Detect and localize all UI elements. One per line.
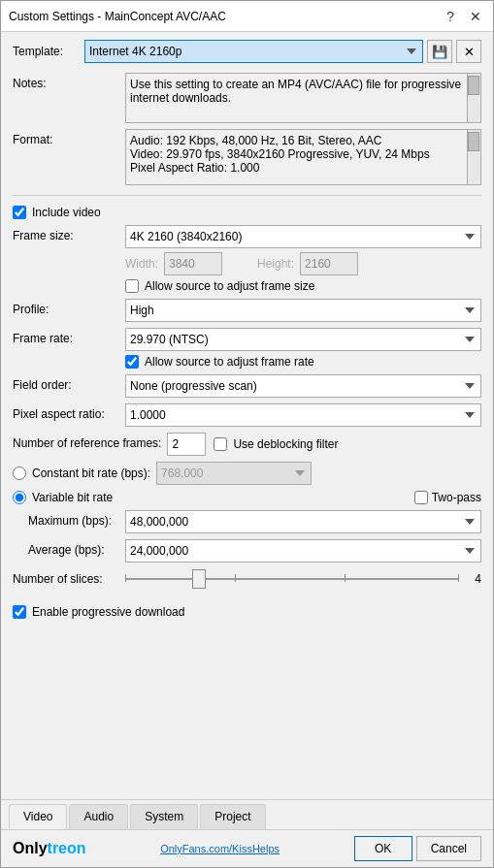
avg-bps-select[interactable]: 24,000,000: [125, 539, 481, 563]
enable-progressive-label[interactable]: Enable progressive download: [32, 605, 184, 619]
avg-bps-field: 24,000,000: [125, 539, 481, 563]
tab-project[interactable]: Project: [200, 804, 265, 829]
format-scrollbar-thumb: [468, 132, 479, 151]
slices-track: [125, 578, 458, 580]
profile-label: Profile:: [13, 299, 119, 316]
field-order-label: Field order:: [13, 374, 119, 392]
include-video-label[interactable]: Include video: [32, 206, 101, 219]
brand-only: Only: [13, 840, 48, 856]
vbr-radio[interactable]: [13, 491, 26, 504]
avg-bps-label: Average (bps):: [13, 539, 119, 557]
slices-row: Number of slices: 4: [13, 568, 481, 590]
field-order-row: Field order: None (progressive scan): [13, 374, 481, 398]
footer-center: OnlyFans.com/KissHelps: [160, 843, 280, 854]
field-order-field: None (progressive scan): [125, 374, 481, 398]
tab-video[interactable]: Video: [9, 804, 67, 829]
frame-size-select[interactable]: 4K 2160 (3840x2160): [125, 225, 481, 248]
allow-source-frame-label[interactable]: Allow source to adjust frame size: [145, 279, 314, 293]
profile-select[interactable]: High: [125, 299, 481, 322]
template-row: Template: Internet 4K 2160p 💾 ✕: [13, 40, 481, 63]
notes-textarea[interactable]: Use this setting to create an MP4 (AVC/A…: [125, 73, 468, 123]
tab-system[interactable]: System: [130, 804, 198, 829]
deblock-label[interactable]: Use deblocking filter: [233, 437, 338, 451]
frame-size-field: 4K 2160 (3840x2160) Width: Height: Allow…: [125, 225, 481, 293]
profile-field: High: [125, 299, 481, 322]
frame-rate-select[interactable]: 29.970 (NTSC): [125, 328, 481, 351]
tick-1: [125, 574, 126, 582]
width-input[interactable]: [164, 252, 222, 275]
title-bar-buttons: ? ✕: [443, 9, 485, 24]
allow-source-rate-label[interactable]: Allow source to adjust frame rate: [145, 355, 314, 369]
enable-progressive-row: Enable progressive download: [13, 605, 481, 619]
format-wrapper: Audio: 192 Kbps, 48,000 Hz, 16 Bit, Ster…: [125, 129, 481, 185]
title-bar: Custom Settings - MainConcept AVC/AAC ? …: [1, 1, 493, 32]
height-input[interactable]: [300, 252, 358, 275]
tick-4: [458, 574, 459, 582]
ref-frames-label: Number of reference frames:: [13, 433, 161, 450]
footer-link[interactable]: OnlyFans.com/KissHelps: [160, 843, 280, 854]
include-video-row: Include video: [13, 206, 481, 219]
profile-row: Profile: High: [13, 299, 481, 322]
cbr-label[interactable]: Constant bit rate (bps):: [32, 466, 150, 480]
close-button[interactable]: ✕: [466, 9, 485, 24]
notes-row: Notes: Use this setting to create an MP4…: [13, 73, 481, 123]
vbr-label[interactable]: Variable bit rate: [32, 491, 113, 504]
two-pass-checkbox[interactable]: [414, 491, 428, 504]
allow-source-rate-checkbox[interactable]: [125, 355, 139, 369]
template-select[interactable]: Internet 4K 2160p: [84, 40, 423, 63]
format-scrollbar: [468, 129, 481, 185]
format-text: Audio: 192 Kbps, 48,000 Hz, 16 Bit, Ster…: [125, 129, 468, 185]
dimensions-row: Width: Height:: [125, 252, 481, 275]
slices-slider-group: 4: [125, 568, 481, 590]
include-video-checkbox[interactable]: [13, 206, 26, 219]
divider-1: [13, 195, 481, 196]
allow-source-frame-checkbox[interactable]: [125, 279, 139, 293]
ref-frames-row: Number of reference frames: Use deblocki…: [13, 433, 481, 456]
frame-size-row: Frame size: 4K 2160 (3840x2160) Width: H…: [13, 225, 481, 293]
brand: Onlytreon: [13, 840, 86, 857]
cbr-group: Constant bit rate (bps): 768,000: [13, 462, 481, 485]
field-order-select[interactable]: None (progressive scan): [125, 374, 481, 398]
footer-buttons: OK Cancel: [354, 836, 481, 861]
frame-rate-field: 29.970 (NTSC) Allow source to adjust fra…: [125, 328, 481, 369]
pixel-aspect-select[interactable]: 1.0000: [125, 403, 481, 427]
cbr-radio[interactable]: [13, 466, 26, 480]
pixel-aspect-field: 1.0000: [125, 403, 481, 427]
notes-wrapper: Use this setting to create an MP4 (AVC/A…: [125, 73, 481, 123]
tick-2: [235, 574, 236, 582]
tick-3: [345, 574, 346, 582]
gap-1: [13, 595, 481, 599]
slices-thumb[interactable]: [192, 569, 206, 589]
slices-label: Number of slices:: [13, 568, 119, 586]
enable-progressive-checkbox[interactable]: [13, 605, 26, 619]
tab-audio[interactable]: Audio: [69, 804, 128, 829]
ref-frames-input[interactable]: [167, 433, 206, 456]
format-row: Format: Audio: 192 Kbps, 48,000 Hz, 16 B…: [13, 129, 481, 185]
vbr-group: Variable bit rate Two-pass: [13, 491, 481, 504]
deblock-row: Use deblocking filter: [214, 437, 338, 451]
two-pass-label[interactable]: Two-pass: [432, 491, 481, 504]
save-template-button[interactable]: 💾: [427, 40, 452, 63]
notes-scrollbar: [468, 73, 481, 123]
cancel-button[interactable]: Cancel: [416, 836, 481, 861]
window-title: Custom Settings - MainConcept AVC/AAC: [9, 10, 226, 23]
ok-button[interactable]: OK: [354, 836, 412, 861]
content-area: Template: Internet 4K 2160p 💾 ✕ Notes: U…: [1, 32, 493, 799]
frame-rate-label: Frame rate:: [13, 328, 119, 345]
frame-size-label: Frame size:: [13, 225, 119, 242]
two-pass-group: Two-pass: [414, 491, 481, 504]
height-label: Height:: [257, 257, 294, 271]
save-icon: 💾: [432, 45, 447, 59]
help-button[interactable]: ?: [443, 9, 458, 24]
template-label: Template:: [13, 45, 81, 58]
width-label: Width:: [125, 257, 158, 271]
notes-label: Notes:: [13, 73, 119, 90]
max-bps-field: 48,000,000: [125, 510, 481, 533]
deblock-checkbox[interactable]: [214, 437, 227, 451]
cbr-select[interactable]: 768,000: [156, 462, 312, 485]
main-window: Custom Settings - MainConcept AVC/AAC ? …: [0, 0, 494, 868]
max-bps-row: Maximum (bps): 48,000,000: [13, 510, 481, 533]
delete-template-button[interactable]: ✕: [456, 40, 481, 63]
tabs-bar: Video Audio System Project: [1, 799, 493, 829]
max-bps-select[interactable]: 48,000,000: [125, 510, 481, 533]
